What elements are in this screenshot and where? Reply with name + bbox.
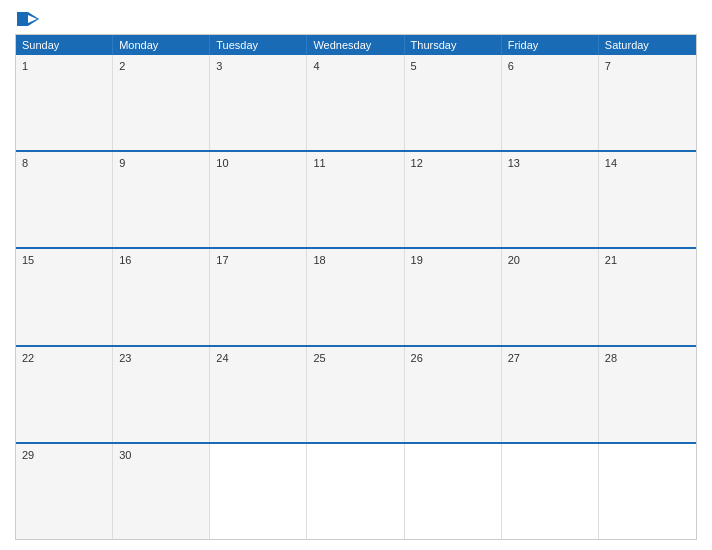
day-number: 17 xyxy=(216,254,228,266)
day-cell: 26 xyxy=(405,347,502,442)
day-number: 14 xyxy=(605,157,617,169)
day-number: 30 xyxy=(119,449,131,461)
day-header-thursday: Thursday xyxy=(405,35,502,55)
day-number: 1 xyxy=(22,60,28,72)
day-number: 8 xyxy=(22,157,28,169)
day-cell: 14 xyxy=(599,152,696,247)
week-row-5: 2930 xyxy=(16,442,696,539)
day-cell: 30 xyxy=(113,444,210,539)
day-cell xyxy=(307,444,404,539)
day-number: 9 xyxy=(119,157,125,169)
day-number: 20 xyxy=(508,254,520,266)
day-number: 5 xyxy=(411,60,417,72)
day-cell: 16 xyxy=(113,249,210,344)
day-cell: 10 xyxy=(210,152,307,247)
day-number: 23 xyxy=(119,352,131,364)
day-header-sunday: Sunday xyxy=(16,35,113,55)
day-cell: 24 xyxy=(210,347,307,442)
logo xyxy=(15,10,39,26)
day-number: 2 xyxy=(119,60,125,72)
day-number: 24 xyxy=(216,352,228,364)
day-number: 22 xyxy=(22,352,34,364)
day-number: 11 xyxy=(313,157,325,169)
days-header-row: SundayMondayTuesdayWednesdayThursdayFrid… xyxy=(16,35,696,55)
day-number: 27 xyxy=(508,352,520,364)
day-cell xyxy=(502,444,599,539)
day-number: 3 xyxy=(216,60,222,72)
day-number: 18 xyxy=(313,254,325,266)
calendar-grid: SundayMondayTuesdayWednesdayThursdayFrid… xyxy=(15,34,697,540)
day-cell: 2 xyxy=(113,55,210,150)
day-number: 19 xyxy=(411,254,423,266)
day-header-wednesday: Wednesday xyxy=(307,35,404,55)
day-cell: 29 xyxy=(16,444,113,539)
day-number: 29 xyxy=(22,449,34,461)
day-cell: 23 xyxy=(113,347,210,442)
day-number: 4 xyxy=(313,60,319,72)
day-number: 7 xyxy=(605,60,611,72)
day-cell: 1 xyxy=(16,55,113,150)
day-cell: 5 xyxy=(405,55,502,150)
day-cell xyxy=(599,444,696,539)
day-number: 13 xyxy=(508,157,520,169)
day-cell: 19 xyxy=(405,249,502,344)
day-cell: 25 xyxy=(307,347,404,442)
day-cell: 13 xyxy=(502,152,599,247)
day-cell: 18 xyxy=(307,249,404,344)
day-number: 15 xyxy=(22,254,34,266)
day-cell xyxy=(210,444,307,539)
day-header-friday: Friday xyxy=(502,35,599,55)
header xyxy=(15,10,697,26)
day-number: 12 xyxy=(411,157,423,169)
day-number: 25 xyxy=(313,352,325,364)
day-cell: 12 xyxy=(405,152,502,247)
day-header-saturday: Saturday xyxy=(599,35,696,55)
calendar-page: SundayMondayTuesdayWednesdayThursdayFrid… xyxy=(0,0,712,550)
week-row-3: 15161718192021 xyxy=(16,247,696,344)
day-cell: 3 xyxy=(210,55,307,150)
day-cell xyxy=(405,444,502,539)
day-cell: 6 xyxy=(502,55,599,150)
svg-rect-1 xyxy=(17,12,28,26)
week-row-4: 22232425262728 xyxy=(16,345,696,442)
week-row-1: 1234567 xyxy=(16,55,696,150)
day-cell: 22 xyxy=(16,347,113,442)
day-cell: 21 xyxy=(599,249,696,344)
day-cell: 9 xyxy=(113,152,210,247)
day-header-tuesday: Tuesday xyxy=(210,35,307,55)
day-cell: 11 xyxy=(307,152,404,247)
week-row-2: 891011121314 xyxy=(16,150,696,247)
logo-flag-icon xyxy=(17,12,39,26)
day-header-monday: Monday xyxy=(113,35,210,55)
day-cell: 7 xyxy=(599,55,696,150)
day-number: 21 xyxy=(605,254,617,266)
day-cell: 28 xyxy=(599,347,696,442)
day-number: 28 xyxy=(605,352,617,364)
day-cell: 20 xyxy=(502,249,599,344)
day-cell: 8 xyxy=(16,152,113,247)
day-number: 6 xyxy=(508,60,514,72)
day-number: 26 xyxy=(411,352,423,364)
day-cell: 17 xyxy=(210,249,307,344)
day-cell: 15 xyxy=(16,249,113,344)
day-cell: 4 xyxy=(307,55,404,150)
day-cell: 27 xyxy=(502,347,599,442)
weeks-container: 1234567891011121314151617181920212223242… xyxy=(16,55,696,539)
day-number: 16 xyxy=(119,254,131,266)
day-number: 10 xyxy=(216,157,228,169)
